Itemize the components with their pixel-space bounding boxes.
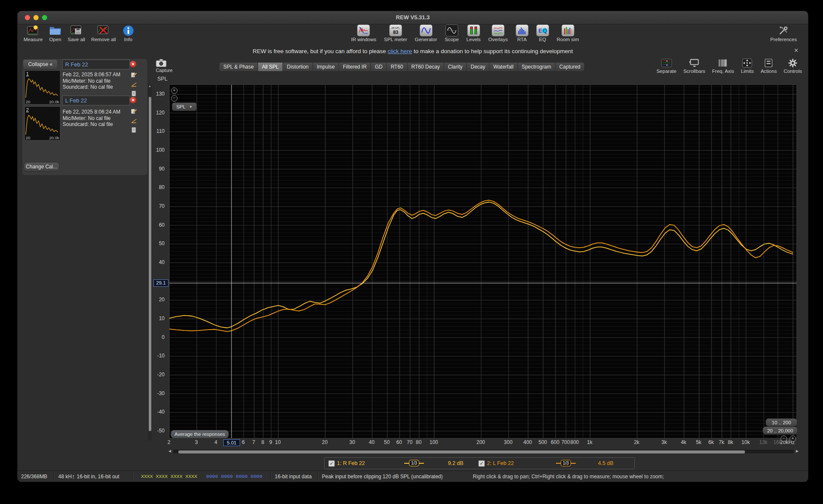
tab-impulse[interactable]: Impulse bbox=[312, 62, 339, 72]
trace-2-smoothing-button[interactable]: 1/3 bbox=[556, 460, 576, 466]
controls-icon bbox=[788, 58, 798, 68]
thumb-max-label: 20.0k bbox=[49, 135, 59, 140]
thumb-max-label: 20.0k bbox=[49, 99, 59, 104]
measurement-1-thumbnail[interactable]: 1 20 20.0k bbox=[24, 70, 60, 105]
donation-link[interactable]: click here bbox=[387, 48, 412, 54]
graph-button-label: Freq. Axis bbox=[712, 69, 734, 74]
range-10-200-button[interactable]: 10 .. 200 bbox=[766, 418, 797, 426]
measure-button[interactable]: Measure bbox=[24, 24, 43, 42]
trace-1-smoothing-button[interactable]: 1/3 bbox=[404, 460, 424, 466]
eq-icon: EQ bbox=[536, 24, 549, 36]
rta-button[interactable]: RTA bbox=[516, 24, 529, 42]
trace-2-label[interactable]: 2: L Feb 22 bbox=[487, 460, 514, 466]
measurement-2-title-field[interactable]: L Feb 22 bbox=[62, 96, 130, 105]
y-axis-tick: 40 bbox=[148, 259, 165, 265]
titlebar[interactable]: REW V5.31.3 bbox=[18, 11, 808, 24]
preferences-button[interactable]: Preferences bbox=[770, 24, 797, 42]
x-zoom-out-icon[interactable]: − bbox=[781, 435, 787, 442]
spl-axis-dropdown[interactable]: SPL ▼ bbox=[172, 102, 197, 111]
x-axis-tick: 7 bbox=[252, 439, 255, 445]
info-button[interactable]: Info bbox=[122, 24, 135, 42]
x-axis-tick: 30 bbox=[349, 439, 355, 445]
scroll-left-icon[interactable]: ◀ bbox=[168, 449, 171, 454]
toolbar-item-label: Scope bbox=[445, 37, 459, 42]
tab-filtered-ir[interactable]: Filtered IR bbox=[339, 62, 370, 72]
zoom-out-icon[interactable]: − bbox=[171, 95, 177, 102]
tab-rt60-decay[interactable]: RT60 Decay bbox=[407, 62, 444, 72]
measurement-2-edit-icon[interactable] bbox=[130, 108, 138, 115]
screen: REW V5.31.3 MeasureOpenSave allRemove al… bbox=[0, 0, 823, 504]
scrollbar-thumb[interactable] bbox=[178, 450, 745, 453]
x-zoom-in-icon[interactable]: + bbox=[790, 435, 796, 442]
graph-button-label: Scrollbars bbox=[683, 69, 705, 74]
controls-button[interactable]: Controls bbox=[784, 58, 802, 74]
measurement-2-trim-icon[interactable] bbox=[130, 117, 138, 124]
average-responses-button[interactable]: Average the responses bbox=[171, 430, 229, 438]
save-all-button[interactable]: Save all bbox=[68, 24, 85, 42]
scope-button[interactable]: Scope bbox=[445, 24, 459, 42]
y-axis-tick: 50 bbox=[148, 240, 165, 246]
scrollbars-icon bbox=[688, 58, 700, 68]
smoothing-value: 1/3 bbox=[409, 460, 419, 466]
scrollbar-track[interactable] bbox=[173, 449, 794, 454]
tab-all-spl[interactable]: All SPL bbox=[258, 62, 282, 72]
y-axis-tick: 20 bbox=[148, 297, 165, 303]
measurement-2-notes-icon[interactable] bbox=[130, 126, 138, 134]
collapse-sidebar-button[interactable]: Collapse « bbox=[23, 59, 58, 69]
measurement-1-title-field[interactable]: R Feb 22 bbox=[62, 60, 130, 69]
limits-button[interactable]: Limits bbox=[741, 58, 754, 74]
spl-plot-area[interactable] bbox=[169, 84, 797, 438]
ir-windows-button[interactable]: IR windows bbox=[351, 24, 376, 42]
tab-waterfall[interactable]: Waterfall bbox=[489, 62, 517, 72]
scope-icon bbox=[445, 24, 458, 36]
eq-button[interactable]: EQEQ bbox=[536, 24, 549, 42]
x-axis-tick: 800 bbox=[570, 439, 579, 445]
measurement-1-notes-icon[interactable] bbox=[130, 90, 138, 97]
overlays-button[interactable]: Overlays bbox=[488, 24, 508, 42]
save-all-icon bbox=[70, 24, 83, 36]
toolbar-item-label: Generator bbox=[415, 37, 437, 42]
measurement-2-delete-button[interactable]: ✕ bbox=[130, 97, 136, 103]
trace-1-checkbox[interactable]: ✓ bbox=[328, 460, 335, 467]
levels-button[interactable]: Levels bbox=[466, 24, 481, 42]
tab-decay[interactable]: Decay bbox=[466, 62, 489, 72]
trace-1-label[interactable]: 1: R Feb 22 bbox=[337, 460, 365, 466]
measurement-2-thumbnail[interactable]: 2 20 20.0k bbox=[24, 106, 60, 141]
tab-clarity[interactable]: Clarity bbox=[444, 62, 466, 72]
tab-spl-phase[interactable]: SPL & Phase bbox=[219, 62, 258, 72]
preferences-icon bbox=[777, 24, 790, 36]
camera-icon bbox=[156, 59, 173, 67]
graph-button-label: Separate bbox=[656, 69, 676, 74]
tab-spectrogram[interactable]: Spectrogram bbox=[517, 62, 555, 72]
capture-button[interactable]: Capture bbox=[156, 59, 173, 73]
measurement-soundcard: Soundcard: No cal file bbox=[63, 84, 120, 90]
measurement-1-trim-icon[interactable] bbox=[130, 81, 138, 88]
spl-meter-button[interactable]: dB SPL83SPL meter bbox=[384, 24, 407, 42]
trace-2-offset-value: 4.5 dB bbox=[598, 460, 613, 466]
generator-button[interactable]: Generator bbox=[415, 24, 437, 42]
measurement-1-edit-icon[interactable] bbox=[130, 71, 138, 78]
x-axis-tick: 13k bbox=[759, 439, 767, 445]
tab-captured[interactable]: Captured bbox=[555, 62, 585, 72]
change-cal-button[interactable]: Change Cal... bbox=[24, 162, 60, 171]
graph-button-label: Limits bbox=[741, 69, 754, 74]
graph-h-scrollbar[interactable]: ◀ ▶ bbox=[168, 449, 799, 454]
range-20-20000-button[interactable]: 20 .. 20,000 bbox=[763, 426, 798, 435]
tab-rt60[interactable]: RT60 bbox=[386, 62, 407, 72]
zoom-in-icon[interactable]: + bbox=[171, 87, 177, 94]
remove-all-button[interactable]: Remove all bbox=[91, 24, 116, 42]
measurement-1-delete-button[interactable]: ✕ bbox=[130, 61, 136, 67]
trace-2-checkbox[interactable]: ✓ bbox=[478, 460, 485, 467]
tab-gd[interactable]: GD bbox=[370, 62, 386, 72]
banner-close-icon[interactable]: ✕ bbox=[794, 47, 799, 54]
room-sim-button[interactable]: Room sim bbox=[557, 24, 579, 42]
actions-button[interactable]: Actions bbox=[760, 58, 777, 74]
open-button[interactable]: Open bbox=[49, 24, 62, 42]
separate-button[interactable]: Separate bbox=[656, 58, 676, 74]
overlays-icon bbox=[492, 24, 505, 36]
scrollbars-button[interactable]: Scrollbars bbox=[683, 58, 705, 74]
tab-distortion[interactable]: Distortion bbox=[282, 62, 312, 72]
scroll-right-icon[interactable]: ▶ bbox=[796, 449, 799, 454]
freq-axis-button[interactable]: Freq. Axis bbox=[712, 58, 734, 74]
graph-tab-bar: SPL & PhaseAll SPLDistortionImpulseFilte… bbox=[219, 62, 585, 72]
